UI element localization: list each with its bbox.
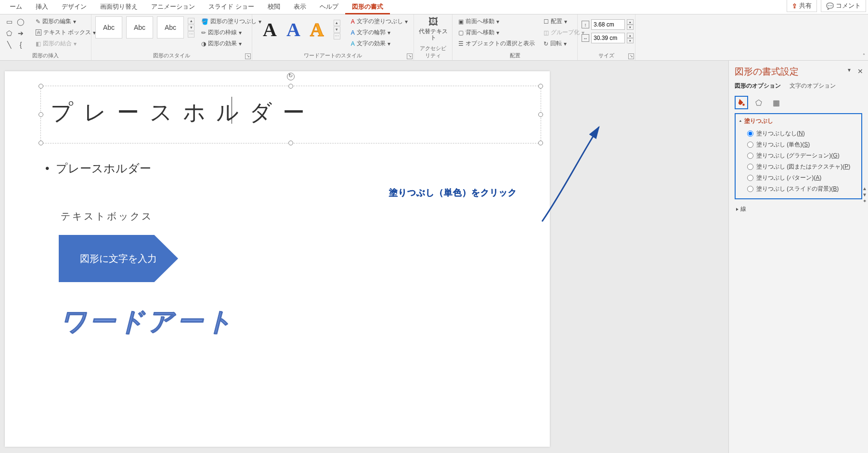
text-caret <box>232 97 232 124</box>
fill-pattern-radio[interactable]: 塗りつぶし (パターン)(A) <box>738 172 858 183</box>
group-shape-styles: Abc Abc Abc ▴▾⋯ 🪣図形の塗りつぶし ▾ ✏図形の枠線 ▾ ◑図形… <box>91 14 252 60</box>
style-thumb-1[interactable]: Abc <box>95 16 122 39</box>
slide-canvas[interactable]: プレースホルダー プレースホルダー テキストボックス 図形に文字を入力 ワードア… <box>0 61 728 453</box>
wordart-gallery-more[interactable]: ▴▾⋯ <box>334 20 340 39</box>
text-box-button[interactable]: 🄰テキスト ボックス ▾ <box>34 27 98 38</box>
height-spinner[interactable]: ▴▾ <box>627 19 634 30</box>
text-outline-button[interactable]: A文字の輪郭 ▾ <box>349 27 410 38</box>
menu-bar: ーム 挿入 デザイン 画面切り替え アニメーション スライド ショー 校閲 表示… <box>0 0 868 14</box>
fill-line-icon[interactable] <box>735 96 748 109</box>
fill-section-header[interactable]: 塗りつぶし <box>738 117 858 125</box>
share-button[interactable]: ⇪共有 <box>787 0 817 12</box>
send-backward-button[interactable]: ▢背面へ移動 ▾ <box>456 27 537 38</box>
wordart-gallery[interactable]: A A A ▴▾⋯ <box>256 16 347 43</box>
body-bullet[interactable]: プレースホルダー <box>45 161 151 176</box>
ribbon-collapse[interactable]: ˄ <box>863 53 865 58</box>
fill-slide-bg-radio[interactable]: 塗りつぶし (スライドの背景)(B) <box>738 183 858 194</box>
text-box-icon: 🄰 <box>36 29 41 36</box>
bring-forward-button[interactable]: ▣前面へ移動 ▾ <box>456 16 537 26</box>
resize-handle-bl[interactable] <box>39 141 43 145</box>
merge-shapes-icon: ◧ <box>36 40 41 47</box>
style-thumb-2[interactable]: Abc <box>126 16 153 39</box>
title-text[interactable]: プレースホルダー <box>41 86 541 139</box>
pane-tabs: 図形のオプション 文字のオプション <box>735 82 862 92</box>
alt-text-icon: 🖼 <box>428 16 438 27</box>
shape-style-gallery[interactable]: Abc Abc Abc ▴▾⋯ <box>95 16 194 39</box>
group-label-wordart: ワードアートのスタイル <box>256 51 410 59</box>
width-icon: ↔ <box>582 34 589 42</box>
tab-animations[interactable]: アニメーション <box>144 0 202 14</box>
gallery-more[interactable]: ▴▾⋯ <box>188 18 194 38</box>
tab-transitions[interactable]: 画面切り替え <box>93 0 144 14</box>
tab-insert[interactable]: 挿入 <box>29 0 55 14</box>
align-icon: ☐ <box>544 18 549 25</box>
slide: プレースホルダー プレースホルダー テキストボックス 図形に文字を入力 ワードア… <box>5 71 550 447</box>
text-effects-button[interactable]: A文字の効果 ▾ <box>349 39 410 49</box>
selection-pane-button[interactable]: ☰オブジェクトの選択と表示 <box>456 39 537 49</box>
title-placeholder[interactable]: プレースホルダー <box>40 86 541 143</box>
rotate-icon: ↻ <box>544 40 548 47</box>
group-icon: ◫ <box>544 29 549 36</box>
text-fill-button[interactable]: A文字の塗りつぶし ▾ <box>349 16 410 26</box>
edit-shape-button[interactable]: ✎図形の編集 ▾ <box>34 16 98 26</box>
style-thumb-3[interactable]: Abc <box>157 16 184 39</box>
tab-help[interactable]: ヘルプ <box>313 0 345 14</box>
group-label-accessibility: アクセシビリティ <box>418 44 448 59</box>
alt-text-button[interactable]: 🖼 代替テキスト <box>418 16 448 41</box>
comment-icon: 💬 <box>826 2 834 10</box>
pane-category-icons: ⬠ ▦ <box>735 96 862 109</box>
textbox-label[interactable]: テキストボックス <box>61 210 153 223</box>
pane-title: 図形の書式設定 <box>735 65 862 78</box>
wordart-thumb-2[interactable]: A <box>286 18 300 41</box>
pane-close[interactable]: ✕ <box>857 67 863 75</box>
text-effects-icon: A <box>351 40 355 47</box>
tab-view[interactable]: 表示 <box>287 0 313 14</box>
format-shape-pane: 図形の書式設定 ▼ ✕ 図形のオプション 文字のオプション ⬠ ▦ 塗りつぶし … <box>728 61 868 453</box>
arrow-shape[interactable]: 図形に文字を入力 <box>59 235 178 282</box>
send-backward-icon: ▢ <box>458 29 464 36</box>
shape-styles-launcher[interactable]: ↘ <box>245 53 251 59</box>
share-icon: ⇪ <box>792 2 797 10</box>
shape-gallery[interactable]: ▭◯ ⬠➔ ╲{ <box>4 16 26 50</box>
bring-forward-icon: ▣ <box>458 18 464 25</box>
edit-shape-icon: ✎ <box>36 18 40 25</box>
group-size: ↕ ▴▾ ↔ ▴▾ サイズ ↘ <box>578 14 635 60</box>
resize-handle-br[interactable] <box>538 141 543 145</box>
shape-fill-icon: 🪣 <box>201 18 208 25</box>
tab-design[interactable]: デザイン <box>55 0 93 14</box>
tab-review[interactable]: 校閲 <box>261 0 287 14</box>
tab-home[interactable]: ーム <box>3 0 29 14</box>
resize-handle-b[interactable] <box>288 141 293 145</box>
pane-tab-shape[interactable]: 図形のオプション <box>735 82 781 92</box>
group-label-size: サイズ <box>582 51 631 59</box>
tab-shape-format[interactable]: 図形の書式 <box>345 0 390 14</box>
tab-slideshow[interactable]: スライド ショー <box>202 0 261 14</box>
group-label-arrange: 配置 <box>456 51 573 59</box>
pane-scroll-buttons[interactable]: ▲▼✦ <box>860 186 868 204</box>
line-section-header[interactable]: 線 <box>735 203 862 215</box>
pane-options-dropdown[interactable]: ▼ <box>847 67 852 73</box>
height-input[interactable] <box>591 19 625 30</box>
width-input[interactable] <box>591 33 625 43</box>
group-label-shapes: 図形の挿入 <box>4 51 87 59</box>
fill-picture-radio[interactable]: 塗りつぶし (図またはテクスチャ)(P) <box>738 161 858 172</box>
width-spinner[interactable]: ▴▾ <box>627 33 634 43</box>
wordart-text[interactable]: ワードアート <box>60 304 235 339</box>
fill-gradient-radio[interactable]: 塗りつぶし (グラデーション)(G) <box>738 150 858 161</box>
group-arrange: ▣前面へ移動 ▾ ▢背面へ移動 ▾ ☰オブジェクトの選択と表示 ☐配置 ▾ ◫グ… <box>453 14 578 60</box>
wordart-thumb-1[interactable]: A <box>263 18 277 41</box>
shape-outline-icon: ✏ <box>201 29 206 36</box>
effects-icon[interactable]: ⬠ <box>752 96 765 109</box>
pane-tab-text[interactable]: 文字のオプション <box>790 82 836 92</box>
fill-solid-radio[interactable]: 塗りつぶし (単色)(S) <box>738 139 858 150</box>
size-launcher[interactable]: ↘ <box>628 53 634 59</box>
rotate-handle[interactable] <box>287 73 295 80</box>
size-properties-icon[interactable]: ▦ <box>769 96 783 109</box>
group-wordart-styles: A A A ▴▾⋯ A文字の塗りつぶし ▾ A文字の輪郭 ▾ A文字の効果 ▾ … <box>252 14 414 60</box>
height-icon: ↕ <box>582 21 589 28</box>
wordart-launcher[interactable]: ↘ <box>407 53 413 59</box>
comment-button[interactable]: 💬コメント <box>821 0 866 12</box>
fill-none-radio[interactable]: 塗りつぶしなし(N) <box>738 128 858 139</box>
wordart-thumb-3[interactable]: A <box>310 18 324 41</box>
selection-pane-icon: ☰ <box>458 40 464 47</box>
